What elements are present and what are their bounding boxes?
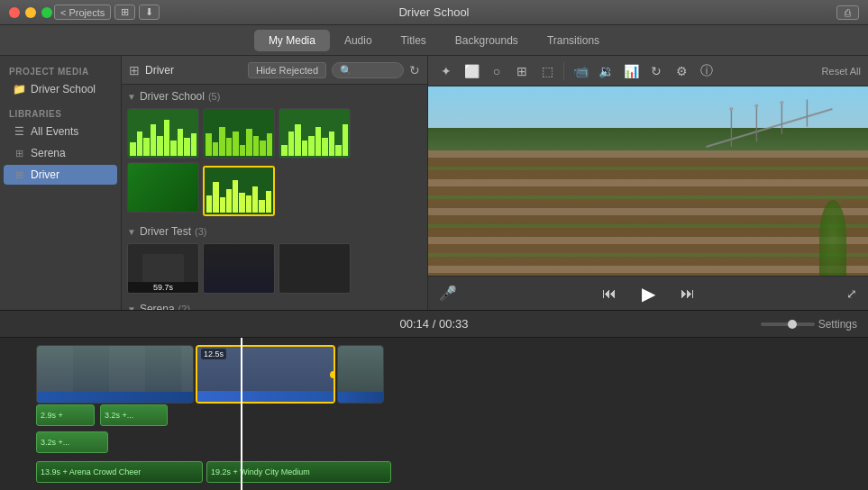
speaker-tool[interactable]: 🔉: [595, 60, 617, 82]
svg-line-0: [706, 109, 832, 147]
media-tabs: My Media Audio Titles Backgrounds Transi…: [254, 30, 614, 51]
thumb-ds-2[interactable]: [203, 108, 275, 159]
circle-tool[interactable]: ○: [486, 60, 507, 82]
rewind-button[interactable]: ⏮: [598, 282, 620, 305]
tab-my-media[interactable]: My Media: [254, 30, 330, 51]
thumb-ds-3[interactable]: [279, 108, 351, 159]
media-browser: ⊞ Driver Hide Rejected ↻ ▼ Driver School…: [122, 56, 428, 310]
audio-clip-2[interactable]: 3.2s +...: [100, 404, 168, 426]
timeline-area: 00:14 / 00:33 Settings: [0, 310, 868, 490]
browser-content: ▼ Driver School (5): [122, 85, 427, 310]
tab-transitions[interactable]: Transitions: [533, 30, 614, 51]
media-group-driver-test: ▼ Driver Test (3) 59.7s: [127, 225, 422, 294]
music-clip-label: 19.2s + Windy City Medium: [211, 467, 310, 476]
timeline-header: 00:14 / 00:33 Settings: [0, 311, 868, 338]
group-arrow: ▼: [127, 92, 136, 102]
minimize-button[interactable]: [25, 7, 36, 18]
tab-audio[interactable]: Audio: [330, 30, 387, 51]
audio-clip-3[interactable]: 3.2s +...: [36, 431, 108, 453]
forward-button[interactable]: ⏭: [677, 282, 699, 305]
group-arrow: ▼: [127, 227, 136, 237]
group-header-serena[interactable]: ▼ Serena (2): [127, 303, 422, 310]
thumb-ds-4[interactable]: [127, 162, 199, 213]
media-group-serena: ▼ Serena (2): [127, 303, 422, 310]
driver-icon: ⊞: [13, 168, 25, 181]
current-time: 00:14: [400, 317, 430, 331]
music-clip-2[interactable]: 19.2s + Windy City Medium: [206, 461, 391, 483]
group-name: Serena: [140, 303, 175, 310]
group-count: (5): [208, 91, 220, 102]
browser-toolbar: ⊞ Driver Hide Rejected ↻: [122, 56, 427, 85]
fullscreen-icon[interactable]: ⤢: [846, 286, 857, 301]
camera-tool[interactable]: 📹: [570, 60, 591, 82]
time-separator: /: [433, 317, 439, 331]
wave-bg: [204, 109, 274, 158]
music-clip-1[interactable]: 13.9s + Arena Crowd Cheer: [36, 461, 203, 483]
time-display: 00:14 / 00:33: [400, 317, 469, 331]
group-header-driver-school[interactable]: ▼ Driver School (5): [127, 90, 422, 103]
group-count: (3): [195, 226, 206, 237]
timeline-clip-2[interactable]: 12.5s: [196, 345, 335, 404]
thumb-ds-5[interactable]: [203, 166, 275, 216]
tab-titles[interactable]: Titles: [387, 30, 441, 51]
clip-duration: 12.5s: [201, 349, 226, 359]
audio-track-2: 3.2s +...: [36, 431, 832, 454]
settings-label[interactable]: Settings: [818, 318, 857, 331]
titlebar-right: ⎙: [836, 5, 859, 20]
thumb-dt-2[interactable]: [203, 243, 275, 294]
play-button[interactable]: ▶: [638, 279, 659, 308]
graph-tool[interactable]: 📊: [620, 60, 642, 82]
inspector-toolbar: ✦ ⬜ ○ ⊞ ⬚ 📹 🔉 📊 ↻ ⚙ ⓘ Reset All: [428, 56, 868, 86]
serena-label: Serena: [31, 147, 66, 159]
maximize-button[interactable]: [41, 7, 52, 18]
video-preview: [428, 86, 868, 276]
close-button[interactable]: [9, 7, 20, 18]
timeline-clip-3[interactable]: [337, 345, 384, 404]
grid-tool[interactable]: ⊞: [511, 60, 533, 82]
libraries-label: LIBRARIES: [0, 105, 121, 121]
monitor-tool[interactable]: ⬜: [461, 60, 482, 82]
sidebar-item-serena[interactable]: ⊞ Serena: [4, 143, 117, 163]
audio-clip-1[interactable]: 2.9s +: [36, 404, 95, 426]
folder-icon: 📁: [13, 83, 25, 95]
rotate-tool[interactable]: ↻: [645, 60, 667, 82]
group-header-driver-test[interactable]: ▼ Driver Test (3): [127, 225, 422, 238]
sidebar-project-item[interactable]: 📁 Driver School: [4, 79, 117, 99]
tab-backgrounds[interactable]: Backgrounds: [441, 30, 533, 51]
reset-all-button[interactable]: Reset All: [822, 66, 861, 77]
project-item-label: Driver School: [31, 83, 96, 95]
gear-tool[interactable]: ⚙: [671, 60, 692, 82]
timeline-clip-1[interactable]: [36, 345, 194, 404]
volume-slider[interactable]: [761, 322, 815, 326]
music-tracks: 13.9s + Arena Crowd Cheer 19.2s + Windy …: [36, 461, 832, 483]
back-button[interactable]: < Projects: [54, 5, 111, 20]
thumb-dt-3[interactable]: [279, 243, 351, 294]
svg-point-6: [754, 104, 758, 107]
sidebar-item-all-events[interactable]: ☰ All Events: [4, 122, 117, 141]
nav-grid-button[interactable]: ⊞: [114, 5, 135, 20]
audio-clip-label: 2.9s +: [41, 411, 63, 420]
window-title: Driver School: [398, 5, 469, 19]
music-clip-label: 13.9s + Arena Crowd Cheer: [41, 467, 141, 476]
grid-view-icon[interactable]: ⊞: [129, 63, 140, 77]
search-input[interactable]: [332, 62, 404, 78]
crop-tool[interactable]: ⬚: [536, 60, 558, 82]
video-track: 12.5s: [36, 345, 832, 404]
mic-icon[interactable]: 🎤: [439, 285, 457, 302]
wand-tool[interactable]: ✦: [435, 60, 457, 82]
media-group-driver-school: ▼ Driver School (5): [127, 90, 422, 216]
info-tool[interactable]: ⓘ: [696, 60, 717, 82]
thumb-ds-1[interactable]: [127, 108, 199, 159]
preview-area: ✦ ⬜ ○ ⊞ ⬚ 📹 🔉 📊 ↻ ⚙ ⓘ Reset All: [428, 56, 868, 310]
audio-clip-label: 3.2s +...: [41, 438, 69, 447]
nav-down-button[interactable]: ⬇: [139, 5, 160, 20]
thumb-dt-1[interactable]: 59.7s: [127, 243, 199, 294]
irrigation-svg: [692, 96, 846, 172]
total-time: 00:33: [439, 317, 469, 331]
sidebar-item-driver[interactable]: ⊞ Driver: [4, 165, 117, 185]
titlebar-nav: < Projects ⊞ ⬇: [54, 5, 160, 20]
share-button[interactable]: ⎙: [836, 5, 859, 20]
timeline-content[interactable]: 12.5s 2.9s + 3.2s +...: [0, 338, 868, 490]
hide-rejected-button[interactable]: Hide Rejected: [248, 62, 326, 78]
refresh-icon[interactable]: ↻: [409, 63, 420, 77]
